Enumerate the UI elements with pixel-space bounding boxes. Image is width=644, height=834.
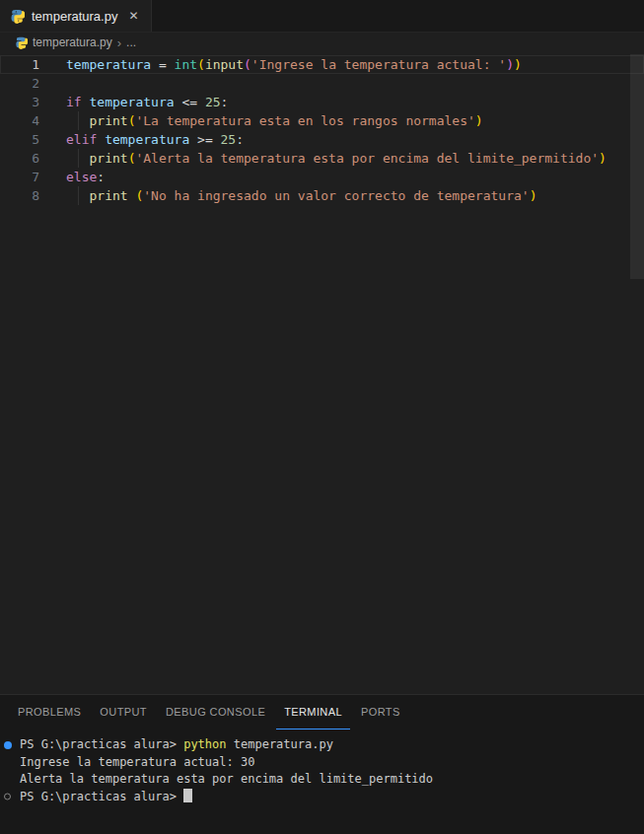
panel-tab-bar: PROBLEMSOUTPUTDEBUG CONSOLETERMINALPORTS [0,695,644,730]
token-bracket1: ( [197,57,205,72]
terminal-line: PS G:\practicas alura> [0,789,644,806]
line-number: 1 [0,55,39,74]
token-bracket1: ) [514,57,522,72]
token-class: int [175,57,197,72]
token-string: 'Ingrese la temperatura actual: ' [251,57,506,72]
token-keyword: if [66,95,82,109]
token-function: print [89,151,127,166]
panel-tab-terminal[interactable]: TERMINAL [276,695,350,730]
line-number: 6 [0,149,39,168]
editor-tab-bar: temperatura.py ✕ [0,0,644,33]
token-string: 'No ha ingresado un valor correcto de te… [143,188,529,203]
terminal-line: Alerta la temperatura esta por encima de… [0,771,644,789]
token-operator: : [97,170,105,184]
terminal-lines: PS G:\practicas alura> python temperatur… [0,736,644,805]
line-number: 2 [0,74,39,93]
python-icon [10,9,25,24]
token-variable: temperatura [66,57,151,72]
terminal-text: PS G:\practicas alura> [20,790,183,803]
code-text: temperatura = int(input('Ingrese la temp… [39,55,522,74]
token-operator: : [236,132,244,147]
token-variable: temperatura [89,95,174,109]
code-text: print('La temperatura esta en los rangos… [39,111,483,130]
token-bracket1: ) [530,188,537,203]
token-bracket1: ) [599,151,607,166]
indent-guide [78,186,79,205]
terminal-text: python [183,737,226,751]
breadcrumb-symbol[interactable]: ... [126,35,136,49]
token-string: 'Alerta la temperatura esta por encima d… [135,151,599,166]
code-line-2[interactable]: 2 [0,74,644,93]
code-text [39,74,66,93]
token-string: 'La temperatura esta en los rangos norma… [135,113,474,128]
breadcrumb-file[interactable]: temperatura.py [33,35,112,49]
line-number: 4 [0,111,39,130]
line-number: 7 [0,168,39,186]
code-line-8[interactable]: 8 print ('No ha ingresado un valor corre… [0,186,644,205]
panel-tab-debug-console[interactable]: DEBUG CONSOLE [158,695,273,730]
token-function: print [89,188,127,203]
breadcrumb[interactable]: temperatura.py › ... [0,33,644,52]
code-text: print('Alerta la temperatura esta por en… [39,149,607,168]
panel-tab-output[interactable]: OUTPUT [92,695,155,730]
command-success-decoration-icon[interactable] [4,741,12,749]
token-plain [197,95,205,109]
code-text: if temperatura <= 25: [39,93,228,111]
line-number: 8 [0,186,39,205]
token-keyword: elif [66,132,97,147]
terminal-text: Alerta la temperatura esta por encima de… [20,772,433,786]
bottom-panel: PROBLEMSOUTPUTDEBUG CONSOLETERMINALPORTS… [0,694,644,834]
token-operator: <= [181,95,197,109]
line-number: 5 [0,130,39,149]
tab-label: temperatura.py [32,9,117,24]
editor-scrollbar[interactable] [630,52,644,694]
terminal-text: temperatura.py [227,737,333,751]
token-plain [189,132,197,147]
line-number: 3 [0,93,39,111]
terminal[interactable]: PS G:\practicas alura> python temperatur… [0,730,644,805]
token-bracket2: ) [506,57,514,72]
code-text: elif temperatura >= 25: [39,130,244,149]
token-plain [213,132,221,147]
token-number: 25 [221,132,237,147]
token-function: input [205,57,244,72]
token-bracket2: ( [244,57,251,72]
terminal-line: Ingrese la temperatura actual: 30 [0,754,644,772]
code-editor[interactable]: 1temperatura = int(input('Ingrese la tem… [0,52,644,694]
command-pending-decoration-icon[interactable] [4,794,11,800]
token-keyword: else [66,170,97,184]
code-line-7[interactable]: 7else: [0,168,644,186]
token-plain [151,57,159,72]
code-line-5[interactable]: 5elif temperatura >= 25: [0,130,644,149]
token-operator: : [221,95,229,109]
editor-lines: 1temperatura = int(input('Ingrese la tem… [0,55,644,205]
token-bracket1: ) [475,113,483,128]
panel-tab-problems[interactable]: PROBLEMS [10,695,89,730]
terminal-text: Ingrese la temperatura actual: 30 [20,755,254,769]
token-plain [97,132,105,147]
python-icon [15,36,28,49]
token-plain [167,57,175,72]
code-line-1[interactable]: 1temperatura = int(input('Ingrese la tem… [0,55,644,74]
token-variable: temperatura [105,132,189,147]
terminal-text: PS G:\practicas alura> [20,737,183,751]
code-text: else: [39,168,105,186]
token-number: 25 [205,95,221,109]
code-line-6[interactable]: 6 print('Alerta la temperatura esta por … [0,149,644,168]
indent-guide [78,149,79,168]
token-operator: >= [197,132,213,147]
terminal-cursor [183,789,192,802]
token-operator: = [159,57,167,72]
code-line-4[interactable]: 4 print('La temperatura esta en los rang… [0,111,644,130]
scrollbar-slider[interactable] [630,54,644,279]
panel-tab-ports[interactable]: PORTS [353,695,408,730]
terminal-line: PS G:\practicas alura> python temperatur… [0,736,644,754]
code-line-3[interactable]: 3if temperatura <= 25: [0,93,644,111]
close-icon[interactable]: ✕ [128,9,138,23]
chevron-right-icon: › [117,35,121,50]
code-text: print ('No ha ingresado un valor correct… [39,186,537,205]
indent-guide [78,111,79,130]
token-function: print [89,113,127,128]
tab-temperatura-py[interactable]: temperatura.py ✕ [0,0,152,32]
